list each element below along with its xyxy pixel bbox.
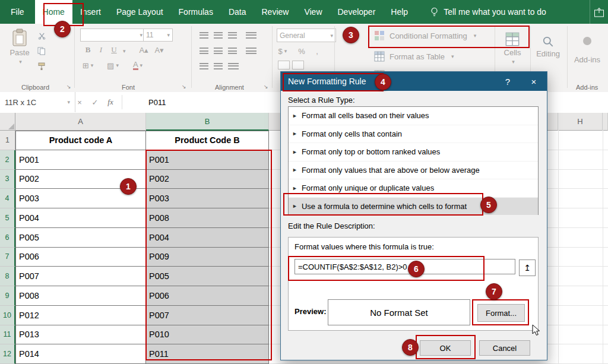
column-header-b[interactable]: B — [146, 113, 269, 131]
tab-page-layout[interactable]: Page Layout — [109, 0, 171, 24]
tab-data[interactable]: Data — [221, 0, 254, 24]
tab-developer[interactable]: Developer — [330, 0, 384, 24]
italic-button[interactable]: I — [95, 44, 107, 56]
comma-button[interactable]: , — [311, 45, 323, 57]
insert-function-button[interactable]: fx — [103, 92, 118, 112]
number-format-combo[interactable]: General ▾ — [277, 29, 336, 42]
row-header-4[interactable]: 4 — [0, 189, 15, 208]
grow-font-button[interactable]: A▴ — [138, 44, 150, 56]
merge-center-icon[interactable] — [228, 63, 239, 69]
increase-indent-icon[interactable] — [214, 63, 223, 69]
align-bottom-icon[interactable] — [228, 32, 237, 39]
orientation-icon[interactable] — [246, 32, 256, 39]
cell-b10[interactable]: P007 — [146, 306, 269, 325]
bold-button[interactable]: B — [82, 44, 94, 56]
name-box[interactable]: 11R x 1C ▾ — [0, 92, 75, 112]
font-dialog-launcher-icon[interactable]: ↘ — [182, 84, 186, 90]
fill-color-button[interactable]: ▨▾ — [107, 59, 119, 71]
tab-view[interactable]: View — [296, 0, 330, 24]
align-center-icon[interactable] — [214, 48, 223, 54]
dialog-close-button[interactable]: × — [521, 72, 547, 91]
cell-a8[interactable]: P007 — [15, 267, 146, 286]
tab-formulas[interactable]: Formulas — [171, 0, 221, 24]
currency-button[interactable]: $▾ — [277, 45, 289, 57]
rule-type-option-selected[interactable]: ► Use a formula to determine which cells… — [289, 198, 538, 216]
font-size-combo[interactable]: 11 ▾ — [143, 29, 173, 42]
font-name-combo[interactable]: ▾ — [80, 29, 145, 42]
cell-a1[interactable]: Product code A — [15, 131, 146, 150]
cell-b7[interactable]: P009 — [146, 248, 269, 267]
ok-button[interactable]: OK — [420, 340, 471, 356]
confirm-entry-button[interactable]: ✓ — [88, 92, 102, 112]
rule-type-option[interactable]: ► Format all cells based on their values — [289, 107, 538, 125]
tab-help[interactable]: Help — [383, 0, 416, 24]
align-right-icon[interactable] — [228, 48, 237, 54]
cancel-button[interactable]: Cancel — [479, 340, 530, 356]
align-middle-icon[interactable] — [214, 32, 223, 39]
align-top-icon[interactable] — [200, 32, 208, 39]
font-color-button[interactable]: A▾ — [132, 59, 144, 71]
shrink-font-button[interactable]: A▾ — [153, 44, 165, 56]
cell-b3[interactable]: P002 — [146, 170, 269, 189]
conditional-formatting-button[interactable]: Conditional Formatting ▾ — [374, 27, 476, 45]
cell-b4[interactable]: P003 — [146, 189, 269, 208]
cell-a10[interactable]: P012 — [15, 306, 146, 325]
format-painter-button[interactable] — [36, 61, 48, 72]
row-header-5[interactable]: 5 — [0, 208, 15, 228]
column-header-a[interactable]: A — [15, 113, 146, 131]
tab-home[interactable]: Home — [35, 0, 72, 24]
rule-type-option[interactable]: ► Format only unique or duplicate values — [289, 179, 538, 198]
cut-button[interactable] — [36, 30, 48, 42]
cell-b12[interactable]: P011 — [146, 344, 269, 364]
addins-button[interactable]: Add-ins — [574, 37, 601, 64]
cancel-entry-button[interactable]: × — [72, 92, 87, 112]
decrease-decimal-icon[interactable] — [292, 61, 304, 69]
format-as-table-button[interactable]: Format as Table ▾ — [374, 48, 454, 65]
editing-button[interactable]: Editing — [534, 36, 562, 58]
cell-a5[interactable]: P004 — [15, 208, 146, 228]
column-header-h[interactable]: H — [558, 113, 603, 131]
percent-button[interactable]: % — [296, 45, 308, 57]
align-left-icon[interactable] — [200, 48, 208, 54]
row-header-8[interactable]: 8 — [0, 267, 15, 286]
borders-button[interactable]: ⊞▾ — [82, 59, 94, 71]
row-header-12[interactable]: 12 — [0, 344, 15, 364]
underline-button[interactable]: U — [108, 44, 120, 56]
cell-b6[interactable]: P004 — [146, 228, 269, 248]
cell-b8[interactable]: P005 — [146, 267, 269, 286]
cell-a9[interactable]: P008 — [15, 286, 146, 306]
rule-type-option[interactable]: ► Format only top or bottom ranked value… — [289, 143, 538, 162]
row-header-11[interactable]: 11 — [0, 325, 15, 345]
copy-button[interactable] — [36, 45, 48, 57]
cell-b5[interactable]: P008 — [146, 208, 269, 228]
cell-a2[interactable]: P001 — [15, 150, 146, 170]
formula-bar-value[interactable]: P011 — [148, 92, 166, 112]
cell-a12[interactable]: P014 — [15, 344, 146, 364]
formula-input[interactable] — [294, 259, 515, 274]
increase-decimal-icon[interactable] — [278, 61, 290, 69]
wrap-text-icon[interactable] — [246, 48, 256, 54]
cell-b11[interactable]: P010 — [146, 325, 269, 345]
cells-button[interactable]: Cells ▾ — [498, 32, 527, 65]
alignment-dialog-launcher-icon[interactable]: ↘ — [264, 84, 268, 90]
share-button[interactable] — [590, 0, 608, 24]
cell-a11[interactable]: P013 — [15, 325, 146, 345]
row-header-6[interactable]: 6 — [0, 228, 15, 248]
row-header-10[interactable]: 10 — [0, 306, 15, 325]
dialog-help-button[interactable]: ? — [495, 72, 521, 91]
rule-type-option[interactable]: ► Format only cells that contain — [289, 125, 538, 144]
tell-me-box[interactable]: Tell me what you want to do — [430, 0, 546, 24]
row-header-2[interactable]: 2 — [0, 150, 15, 170]
row-header-3[interactable]: 3 — [0, 170, 15, 189]
collapse-dialog-button[interactable]: ↥ — [519, 259, 536, 276]
cell-a7[interactable]: P006 — [15, 248, 146, 267]
clipboard-dialog-launcher-icon[interactable]: ↘ — [66, 84, 71, 90]
cell-b1[interactable]: Product Code B — [146, 131, 269, 150]
tab-review[interactable]: Review — [254, 0, 297, 24]
tab-insert[interactable]: Insert — [72, 0, 109, 24]
cell-b2[interactable]: P001 — [146, 150, 269, 170]
decrease-indent-icon[interactable] — [200, 63, 208, 69]
paste-button[interactable]: Paste ▾ — [6, 29, 33, 65]
cell-a6[interactable]: P005 — [15, 228, 146, 248]
underline-dropdown-icon[interactable]: ▾ — [123, 48, 126, 54]
